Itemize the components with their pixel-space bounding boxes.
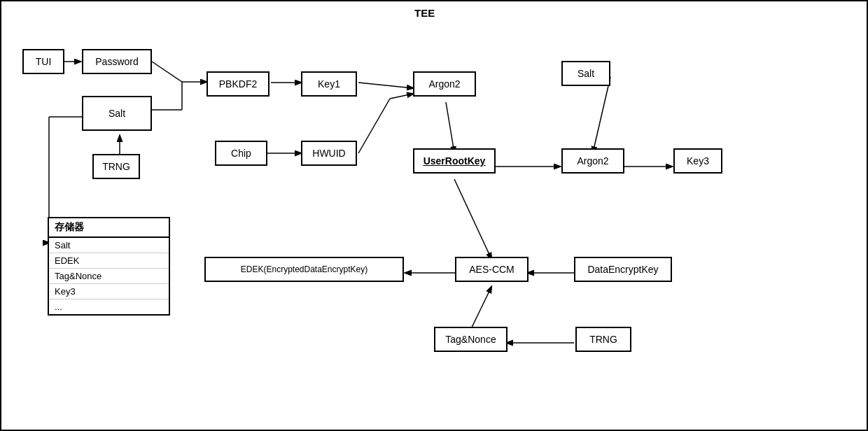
- svg-line-19: [470, 287, 491, 330]
- svg-line-7: [358, 83, 413, 88]
- svg-line-11: [446, 102, 454, 153]
- diagram: TEE: [0, 0, 868, 431]
- svg-line-1: [152, 62, 182, 82]
- node-argon2-2: Argon2: [561, 148, 624, 174]
- node-password: Password: [82, 49, 152, 74]
- node-dataencryptkey: DataEncryptKey: [574, 257, 672, 282]
- storage-row-edek: EDEK: [49, 253, 169, 269]
- node-userrootkey: UserRootKey: [413, 148, 496, 174]
- node-chip: Chip: [215, 141, 267, 166]
- node-tui: TUI: [22, 49, 64, 74]
- node-key3: Key3: [673, 148, 722, 174]
- node-pbkdf2: PBKDF2: [206, 71, 270, 97]
- storage-row-key3: Key3: [49, 284, 169, 299]
- node-edek: EDEK(EncryptedDataEncryptKey): [204, 257, 404, 282]
- node-salt2: Salt: [561, 61, 610, 86]
- node-trng1: TRNG: [92, 154, 140, 179]
- node-tagnonce: Tag&Nonce: [434, 327, 507, 352]
- node-hwuid: HWUID: [301, 141, 357, 166]
- svg-line-9: [358, 99, 390, 153]
- svg-line-12: [593, 77, 610, 153]
- storage-row-tagnonce: Tag&Nonce: [49, 269, 169, 284]
- storage-row-ellipsis: ...: [49, 299, 169, 314]
- node-key1: Key1: [301, 71, 357, 97]
- node-aesccm: AES-CCM: [455, 257, 528, 282]
- storage-row-salt: Salt: [49, 238, 169, 253]
- storage-box: 存储器 Salt EDEK Tag&Nonce Key3 ...: [48, 217, 170, 316]
- tee-label: TEE: [414, 7, 435, 19]
- node-argon2-1: Argon2: [413, 71, 476, 97]
- node-trng2: TRNG: [575, 327, 631, 352]
- svg-line-15: [454, 179, 491, 259]
- svg-line-10: [390, 94, 413, 99]
- storage-title: 存储器: [49, 218, 169, 238]
- node-salt1: Salt: [82, 96, 152, 131]
